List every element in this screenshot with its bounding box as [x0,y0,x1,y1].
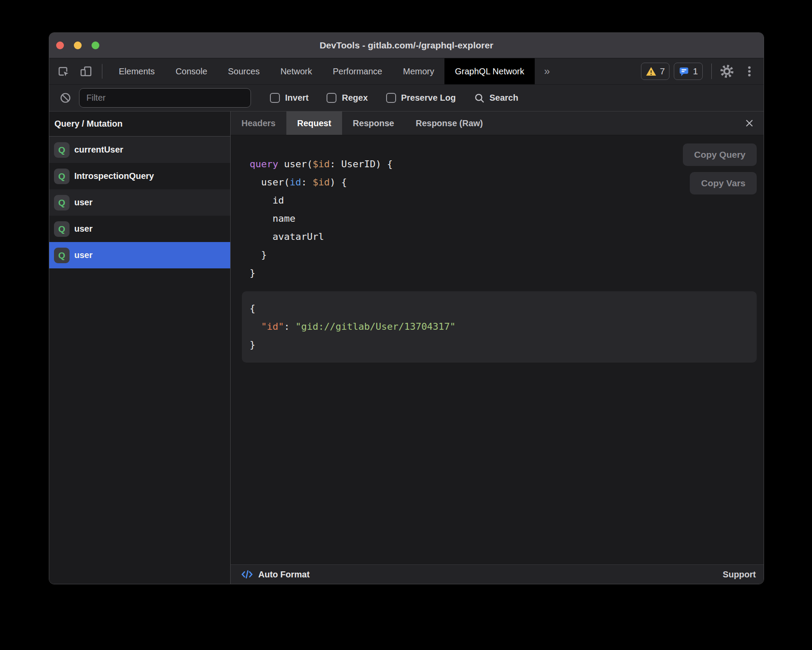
traffic-lights [56,41,99,49]
auto-format-icon [241,568,253,580]
code-line: { [250,300,757,318]
request-query-code: query user($id: UserID) { user(id: $id) … [250,155,757,282]
detail-tab-response-raw[interactable]: Response (Raw) [405,112,494,135]
tab-console[interactable]: Console [165,58,217,84]
copy-query-button[interactable]: Copy Query [683,143,757,166]
detail-tab-request[interactable]: Request [286,112,342,135]
issues-count: 1 [693,66,698,76]
main-split: Query / Mutation QcurrentUserQIntrospect… [49,112,764,584]
copy-vars-button[interactable]: Copy Vars [690,172,757,194]
checkbox-invert-label: Invert [285,93,308,103]
checkbox-regex-box[interactable] [327,93,336,103]
search-icon [474,92,485,104]
close-detail-icon[interactable] [744,118,755,129]
checkbox-preserve-log-box[interactable] [386,93,396,103]
query-name-label: currentUser [74,145,123,155]
sidebar-item-introspectionquery-2[interactable]: QIntrospectionQuery [49,163,230,189]
filter-bar: InvertRegexPreserve Log Search [49,85,764,112]
detail-tabs: HeadersRequestResponseResponse (Raw) [231,112,764,135]
checkbox-regex-label: Regex [342,93,368,103]
maximize-window-button[interactable] [92,41,99,49]
checkbox-regex[interactable]: Regex [327,93,368,103]
issues-badge[interactable]: 1 [674,63,703,80]
detail-tab-headers[interactable]: Headers [231,112,286,135]
warning-count: 7 [660,66,665,76]
sidebar-item-user-3[interactable]: Quser [49,189,230,216]
toolbar-status-area: 7 1 [637,63,764,80]
query-name-label: user [74,198,92,207]
checkbox-invert-box[interactable] [270,93,280,103]
code-line: name [250,210,757,228]
code-line: } [250,336,757,354]
code-line: user(id: $id) { [250,173,757,191]
checkbox-invert[interactable]: Invert [270,93,308,103]
query-list-panel: Query / Mutation QcurrentUserQIntrospect… [49,112,231,584]
copy-buttons: Copy Query Copy Vars [683,143,757,194]
filter-options: InvertRegexPreserve Log [270,93,456,103]
query-type-badge: Q [54,169,70,184]
code-line: "id": "gid://gitlab/User/13704317" [250,318,757,336]
tab-sources[interactable]: Sources [218,58,270,84]
query-name-label: user [74,250,92,260]
kebab-menu-icon[interactable] [742,64,757,79]
query-type-badge: Q [54,221,70,237]
sidebar-item-currentuser-1[interactable]: QcurrentUser [49,137,230,163]
devtools-window: DevTools - gitlab.com/-/graphql-explorer… [49,32,764,584]
query-list: QcurrentUserQIntrospectionQueryQuserQuse… [49,137,230,268]
query-name-label: IntrospectionQuery [74,171,154,181]
query-type-badge: Q [54,195,70,210]
request-tab-content: query user($id: UserID) { user(id: $id) … [231,135,764,564]
warnings-badge[interactable]: 7 [641,63,670,80]
support-link[interactable]: Support [723,570,756,580]
devtools-toolbar: ElementsConsoleSourcesNetworkPerformance… [49,58,764,85]
code-line: query user($id: UserID) { [250,155,757,173]
auto-format-button[interactable]: Auto Format [258,570,310,580]
filter-input[interactable] [79,88,251,108]
tab-performance[interactable]: Performance [323,58,393,84]
sidebar-item-user-4[interactable]: Quser [49,216,230,242]
sidebar-item-user-5[interactable]: Quser [49,242,230,268]
inspect-element-icon[interactable] [57,65,70,78]
detail-tab-response[interactable]: Response [342,112,405,135]
query-type-badge: Q [54,248,70,263]
query-list-header: Query / Mutation [49,112,230,137]
device-toolbar-icon[interactable] [79,65,92,78]
toolbar-tabs: ElementsConsoleSourcesNetworkPerformance… [108,58,535,84]
window-title: DevTools - gitlab.com/-/graphql-explorer [49,40,764,51]
search-label: Search [489,93,518,103]
search-control[interactable]: Search [474,92,518,104]
minimize-window-button[interactable] [74,41,82,49]
more-tabs-button[interactable]: » [535,65,559,77]
tab-network[interactable]: Network [270,58,322,84]
tab-graphql-network[interactable]: GraphQL Network [444,58,534,84]
clear-filter-icon[interactable] [60,92,71,104]
tab-memory[interactable]: Memory [393,58,444,84]
variables-code: { "id": "gid://gitlab/User/13704317"} [250,300,757,354]
checkbox-preserve-log-label: Preserve Log [401,93,456,103]
close-window-button[interactable] [56,41,64,49]
code-line: avatarUrl [250,228,757,246]
title-bar: DevTools - gitlab.com/-/graphql-explorer [49,33,764,58]
message-icon [679,66,689,77]
settings-gear-icon[interactable] [720,64,734,79]
warning-icon [646,66,657,77]
query-name-label: user [74,224,92,234]
checkbox-preserve-log[interactable]: Preserve Log [386,93,456,103]
detail-panel: HeadersRequestResponseResponse (Raw) que… [231,112,764,584]
detail-footer: Auto Format Support [231,564,764,584]
query-type-badge: Q [54,142,70,158]
badge-divider [711,64,712,79]
tab-elements[interactable]: Elements [108,58,165,84]
toolbar-divider [102,64,102,79]
code-line: } [250,264,757,282]
variables-box: { "id": "gid://gitlab/User/13704317"} [242,291,757,363]
code-line: } [250,246,757,264]
code-line: id [250,191,757,210]
